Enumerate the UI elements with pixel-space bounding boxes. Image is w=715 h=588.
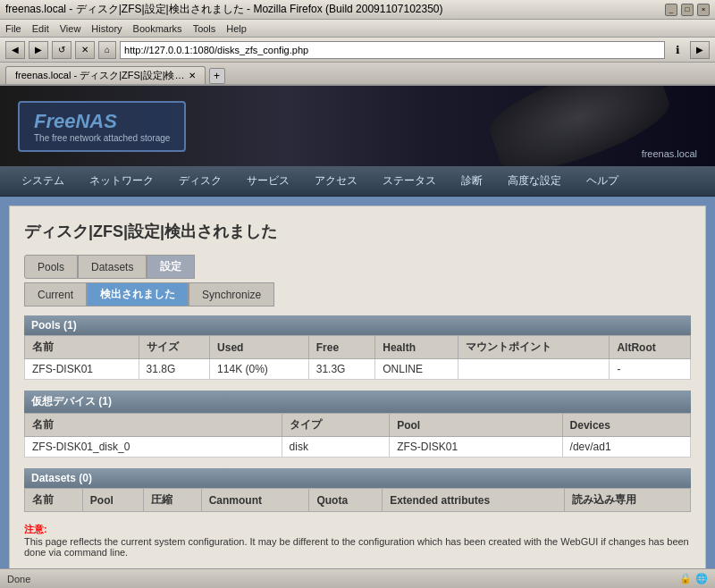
nav-access[interactable]: アクセス <box>302 166 370 196</box>
pools-table: 名前 サイズ Used Free Health マウントポイント AltRoot… <box>24 335 691 380</box>
go-button[interactable]: ▶ <box>690 41 710 59</box>
col-vdev-type: タイプ <box>282 414 390 437</box>
freenas-logo-title: FreeNAS <box>34 110 170 133</box>
minimize-btn[interactable]: _ <box>665 4 677 16</box>
nav-services[interactable]: サービス <box>234 166 302 196</box>
nav-diagnostics[interactable]: 診断 <box>449 166 495 196</box>
col-ds-extended: Extended attributes <box>383 489 565 512</box>
subtab-detected[interactable]: 検出されました <box>87 282 189 307</box>
menu-bookmarks[interactable]: Bookmarks <box>133 23 182 34</box>
col-ds-pool: Pool <box>82 489 143 512</box>
col-ds-quota: Quota <box>309 489 383 512</box>
vdevices-table: 名前 タイプ Pool Devices ZFS-DISK01_disk_0dis… <box>24 413 691 458</box>
col-vdev-pool: Pool <box>390 414 562 437</box>
maximize-btn[interactable]: □ <box>681 4 694 16</box>
browser-toolbar: ◀ ▶ ↺ ✕ ⌂ ℹ ▶ <box>0 38 715 63</box>
nav-help[interactable]: ヘルプ <box>574 166 631 196</box>
col-pools-free: Free <box>308 336 375 359</box>
browser-titlebar: freenas.local - ディスク|ZFS|設定|検出されました - Mo… <box>0 0 715 20</box>
subtab-synchronize[interactable]: Synchronize <box>189 282 274 307</box>
note-label: 注意: <box>24 524 47 534</box>
tab-bar: freenas.local - ディスク|ZFS|設定|検… ✕ + <box>0 63 715 86</box>
nav-disk[interactable]: ディスク <box>166 166 234 196</box>
new-tab-button[interactable]: + <box>209 68 225 84</box>
status-icon-1: 🔒 <box>679 573 692 584</box>
col-pools-used: Used <box>210 336 309 359</box>
menu-bar: File Edit View History Bookmarks Tools H… <box>0 20 715 38</box>
col-pools-size: サイズ <box>139 336 210 359</box>
main-tabs: Pools Datasets 設定 <box>24 255 691 279</box>
home-button[interactable]: ⌂ <box>98 41 116 59</box>
vdevices-section: 仮想デバイス (1) 名前 タイプ Pool Devices ZFS-DISK0… <box>24 391 691 458</box>
tab-label: freenas.local - ディスク|ZFS|設定|検… <box>15 69 185 82</box>
close-btn[interactable]: × <box>697 4 710 16</box>
tab-datasets[interactable]: Datasets <box>78 255 147 279</box>
nav-system[interactable]: システム <box>9 166 77 196</box>
note-text: This page reflects the current system co… <box>24 536 689 558</box>
status-text: Done <box>7 574 30 584</box>
datasets-section: Datasets (0) 名前 Pool 圧縮 Canmount Quota E… <box>24 468 691 512</box>
stop-button[interactable]: ✕ <box>75 41 95 59</box>
tab-pools[interactable]: Pools <box>24 255 78 279</box>
freenas-nav: システム ネットワーク ディスク サービス アクセス ステータス 診断 高度な設… <box>0 166 715 197</box>
datasets-header: Datasets (0) <box>24 468 691 488</box>
datasets-table: 名前 Pool 圧縮 Canmount Quota Extended attri… <box>24 488 691 512</box>
col-ds-name: 名前 <box>25 489 83 512</box>
col-vdev-name: 名前 <box>25 414 282 437</box>
back-button[interactable]: ◀ <box>5 41 25 59</box>
note-section: 注意: This page reflects the current syste… <box>24 523 691 558</box>
col-pools-altroot: AltRoot <box>610 336 691 359</box>
browser-tab[interactable]: freenas.local - ディスク|ZFS|設定|検… ✕ <box>5 66 206 84</box>
col-ds-canmount: Canmount <box>201 489 309 512</box>
tab-settings[interactable]: 設定 <box>147 255 195 279</box>
page-title: ディスク|ZFS|設定|検出されました <box>24 221 691 242</box>
status-bar: Done 🔒 🌐 <box>0 568 715 588</box>
col-vdev-devices: Devices <box>562 414 690 437</box>
freenas-logo: FreeNAS The free network attached storag… <box>18 101 186 152</box>
col-pools-health: Health <box>375 336 458 359</box>
col-pools-mountpoint: マウントポイント <box>458 336 610 359</box>
pools-header: Pools (1) <box>24 315 691 335</box>
vdevices-header: 仮想デバイス (1) <box>24 391 691 413</box>
window-controls: _ □ × <box>665 4 710 16</box>
forward-button[interactable]: ▶ <box>29 41 48 59</box>
status-icon-2: 🌐 <box>695 573 708 584</box>
browser-title: freenas.local - ディスク|ZFS|設定|検出されました - Mo… <box>5 2 443 17</box>
nav-network[interactable]: ネットワーク <box>77 166 166 196</box>
pools-section: Pools (1) 名前 サイズ Used Free Health マウントポイ… <box>24 315 691 380</box>
sub-tabs: Current 検出されました Synchronize <box>24 282 691 307</box>
address-bar[interactable] <box>120 41 665 59</box>
col-pools-name: 名前 <box>25 336 139 359</box>
col-ds-compress: 圧縮 <box>143 489 201 512</box>
menu-edit[interactable]: Edit <box>32 23 49 34</box>
nav-status[interactable]: ステータス <box>370 166 449 196</box>
table-row: ZFS-DISK01_disk_0diskZFS-DISK01/dev/ad1 <box>25 437 691 458</box>
subtab-current[interactable]: Current <box>24 282 87 307</box>
menu-help[interactable]: Help <box>226 23 247 34</box>
menu-file[interactable]: File <box>5 23 21 34</box>
tab-close-icon[interactable]: ✕ <box>189 71 196 80</box>
status-icons: 🔒 🌐 <box>679 573 708 584</box>
freenas-header: FreeNAS The free network attached storag… <box>0 86 715 166</box>
menu-history[interactable]: History <box>91 23 122 34</box>
reload-button[interactable]: ↺ <box>52 41 72 59</box>
hostname-label: freenas.local <box>642 148 697 159</box>
col-ds-readonly: 読み込み専用 <box>565 489 691 512</box>
info-icon: ℹ <box>669 41 686 59</box>
freenas-logo-subtitle: The free network attached storage <box>34 133 170 143</box>
menu-tools[interactable]: Tools <box>193 23 216 34</box>
table-row: ZFS-DISK0131.8G114K (0%)31.3GONLINE- <box>25 359 691 380</box>
nav-advanced[interactable]: 高度な設定 <box>495 166 574 196</box>
menu-view[interactable]: View <box>60 23 81 34</box>
main-content: ディスク|ZFS|設定|検出されました Pools Datasets 設定 Cu… <box>9 206 706 573</box>
page-background: FreeNAS The free network attached storag… <box>0 86 715 588</box>
